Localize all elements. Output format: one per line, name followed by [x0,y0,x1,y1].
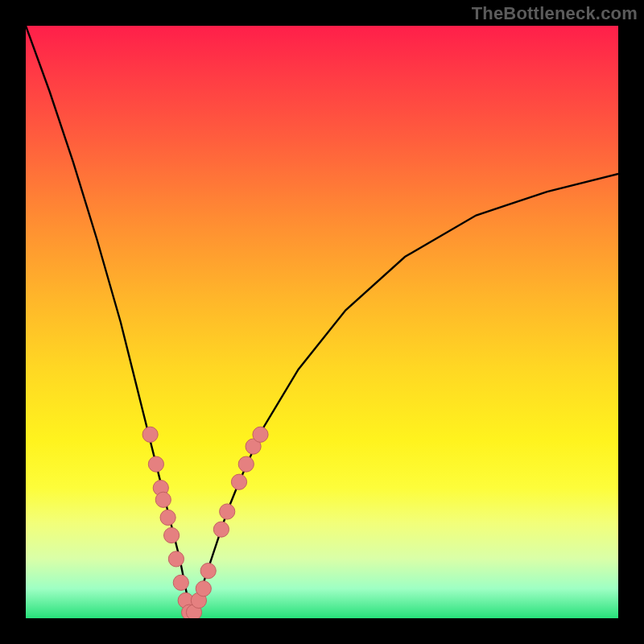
data-marker [196,581,211,597]
watermark-text: TheBottleneck.com [472,3,638,24]
data-marker [155,492,171,507]
marker-group [142,427,268,618]
data-marker [148,456,163,472]
data-marker [213,522,229,537]
data-marker [173,575,188,590]
data-marker [231,474,246,489]
data-marker [168,551,184,567]
chart-frame: TheBottleneck.com [0,0,644,644]
curve-svg [26,26,618,618]
data-marker [238,456,254,472]
data-marker [253,427,268,442]
plot-area [26,26,618,618]
data-marker [160,510,175,525]
data-marker [142,427,158,442]
data-marker [220,504,235,519]
data-marker [200,564,216,579]
data-marker [164,527,180,543]
bottleneck-curve [26,26,618,618]
